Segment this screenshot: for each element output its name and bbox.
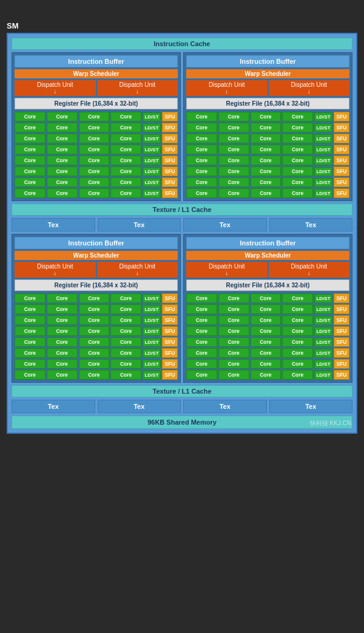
list-item: LD/ST: [314, 316, 332, 325]
top-left-half: Instruction Buffer Warp Scheduler Dispat…: [12, 52, 181, 201]
list-item: LD/ST: [143, 134, 161, 143]
list-item: SFU: [334, 177, 349, 187]
list-item: Core: [186, 337, 217, 347]
list-item: LD/ST: [314, 134, 332, 143]
list-item: Core: [186, 156, 217, 165]
reg-file-tr: Register File (16,384 x 32-bit): [186, 98, 349, 109]
table-row: Core Core Core Core LD/ST SFU: [186, 177, 349, 187]
list-item: SFU: [334, 166, 349, 176]
list-item: Core: [186, 145, 217, 154]
list-item: SFU: [334, 315, 349, 325]
list-item: LD/ST: [143, 112, 161, 121]
core-grid-bl: Core Core Core Core LD/ST SFU Core Core …: [15, 293, 178, 380]
list-item: SFU: [334, 370, 349, 380]
table-row: Core Core Core Core LD/ST SFU: [186, 315, 349, 325]
list-item: Core: [251, 112, 281, 121]
list-item: Core: [15, 166, 46, 176]
list-item: Core: [79, 156, 110, 165]
instr-buf-tl: Instruction Buffer: [15, 55, 178, 67]
list-item: Core: [218, 293, 249, 303]
list-item: Core: [282, 134, 313, 143]
list-item: Core: [15, 315, 46, 325]
list-item: Core: [186, 177, 217, 187]
table-row: Core Core Core Core LD/ST SFU: [15, 348, 178, 358]
list-item: LD/ST: [143, 123, 161, 132]
tex-unit-m4: Tex: [269, 218, 353, 231]
list-item: Core: [47, 337, 78, 347]
list-item: Core: [15, 188, 46, 198]
list-item: Core: [79, 112, 110, 121]
list-item: Core: [110, 315, 141, 325]
core-grid-tr: Core Core Core Core LD/ST SFU Core Core …: [186, 112, 349, 198]
list-item: Core: [47, 123, 78, 132]
table-row: Core Core Core Core LD/ST SFU: [186, 123, 349, 132]
list-item: SFU: [334, 337, 349, 347]
list-item: Core: [47, 370, 78, 380]
list-item: Core: [186, 123, 217, 132]
table-row: Core Core Core Core LD/ST SFU: [15, 156, 178, 165]
instr-buf-br: Instruction Buffer: [186, 237, 349, 249]
list-item: LD/ST: [143, 294, 161, 303]
list-item: SFU: [162, 123, 178, 132]
list-item: Core: [47, 348, 78, 358]
list-item: Core: [251, 370, 281, 380]
list-item: Core: [110, 304, 141, 314]
list-item: Core: [15, 359, 46, 369]
list-item: SFU: [162, 188, 178, 198]
list-item: SFU: [334, 188, 349, 198]
dispatch-row-tl: Dispatch Unit ↓ Dispatch Unit ↓: [15, 80, 178, 96]
warp-sched-tr: Warp Scheduler: [186, 69, 349, 78]
table-row: Core Core Core Core LD/ST SFU: [15, 166, 178, 176]
list-item: Core: [47, 293, 78, 303]
arrow-bl-1: ↓: [53, 270, 56, 276]
list-item: LD/ST: [314, 145, 332, 154]
list-item: Core: [282, 156, 313, 165]
list-item: Core: [282, 304, 313, 314]
table-row: Core Core Core Core LD/ST SFU: [186, 156, 349, 165]
list-item: Core: [47, 177, 78, 187]
arrow-br-2: ↓: [308, 270, 311, 276]
texture-cache-middle: Texture / L1 Cache: [12, 204, 352, 216]
list-item: LD/ST: [143, 178, 161, 187]
list-item: LD/ST: [314, 349, 332, 358]
list-item: Core: [79, 134, 110, 143]
list-item: SFU: [334, 293, 349, 303]
list-item: Core: [110, 293, 141, 303]
list-item: Core: [15, 145, 46, 154]
list-item: Core: [218, 166, 249, 176]
list-item: Core: [15, 134, 46, 143]
list-item: LD/ST: [143, 360, 161, 369]
list-item: LD/ST: [314, 156, 332, 165]
list-item: Core: [110, 326, 141, 336]
list-item: Core: [47, 112, 78, 121]
table-row: Core Core Core Core LD/ST SFU: [186, 188, 349, 198]
list-item: Core: [186, 315, 217, 325]
list-item: Core: [282, 177, 313, 187]
dispatch-unit-tl-2: Dispatch Unit ↓: [97, 80, 178, 96]
table-row: Core Core Core Core LD/ST SFU: [15, 134, 178, 143]
list-item: Core: [282, 293, 313, 303]
tex-row-middle: Tex Tex Tex Tex: [12, 218, 352, 231]
list-item: SFU: [162, 112, 178, 121]
list-item: Core: [282, 166, 313, 176]
dispatch-unit-br-1: Dispatch Unit ↓: [186, 262, 268, 278]
texture-cache-bottom: Texture / L1 Cache: [12, 385, 352, 397]
list-item: LD/ST: [143, 316, 161, 325]
dispatch-row-tr: Dispatch Unit ↓ Dispatch Unit ↓: [186, 80, 349, 96]
list-item: Core: [218, 348, 249, 358]
list-item: LD/ST: [143, 145, 161, 154]
list-item: Core: [186, 134, 217, 143]
table-row: Core Core Core Core LD/ST SFU: [186, 166, 349, 176]
dispatch-unit-tr-2: Dispatch Unit ↓: [269, 80, 350, 96]
list-item: LD/ST: [314, 123, 332, 132]
list-item: Core: [79, 188, 110, 198]
list-item: Core: [110, 112, 141, 121]
tex-unit-b2: Tex: [98, 400, 181, 413]
list-item: Core: [79, 166, 110, 176]
list-item: Core: [15, 348, 46, 358]
dispatch-row-br: Dispatch Unit ↓ Dispatch Unit ↓: [186, 262, 349, 278]
list-item: Core: [79, 326, 110, 336]
list-item: Core: [110, 370, 141, 380]
list-item: Core: [282, 123, 313, 132]
table-row: Core Core Core Core LD/ST SFU: [186, 293, 349, 303]
